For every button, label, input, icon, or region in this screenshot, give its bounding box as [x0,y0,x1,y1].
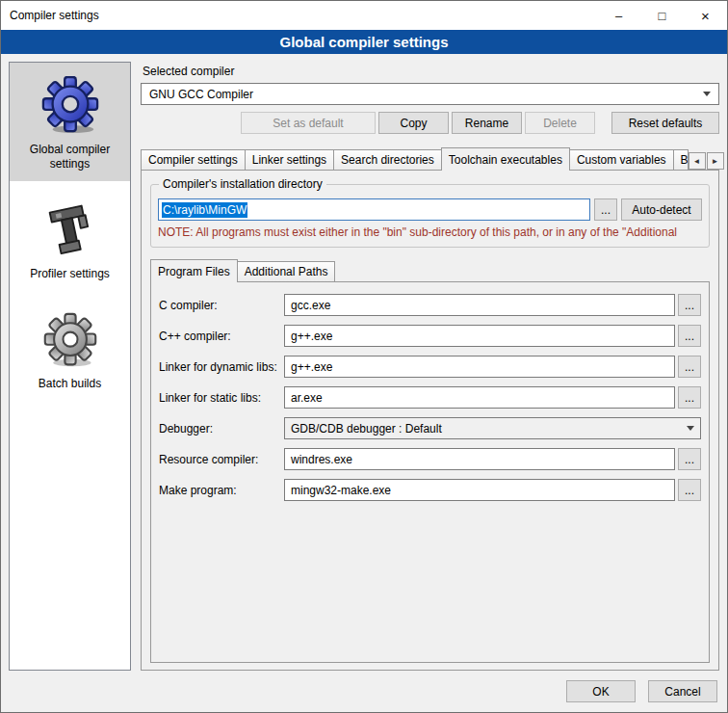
debugger-select[interactable]: GDB/CDB debugger : Default [284,417,701,439]
titlebar[interactable]: Compiler settings – □ × [1,1,727,30]
maximize-icon: □ [659,9,666,23]
installation-directory-legend: Compiler's installation directory [159,177,326,191]
form-row-debugger: Debugger: GDB/CDB debugger : Default [159,417,701,439]
form-row-cpp-compiler: C++ compiler: g++.exe ... [159,325,701,347]
selected-compiler-label: Selected compiler [143,65,719,78]
settings-sidebar: Global compiler settings Profiler settin… [9,62,131,671]
tab-scroll-controls: ◄ ► [688,152,724,170]
linker-dynamic-input[interactable]: g++.exe [284,356,675,378]
dialog-body: Global compiler settings Profiler settin… [1,54,727,674]
sidebar-item-profiler-settings[interactable]: Profiler settings [10,189,130,291]
toolchain-executables-panel: Compiler's installation directory C:\ray… [141,170,719,671]
window-controls: – □ × [597,1,727,30]
selected-compiler-value: GNU GCC Compiler [149,88,253,101]
tab-additional-paths[interactable]: Additional Paths [237,261,336,281]
sidebar-item-global-compiler-settings[interactable]: Global compiler settings [10,63,130,181]
dialog-footer: OK Cancel [1,674,727,712]
selected-compiler-combobox[interactable]: GNU GCC Compiler [141,83,719,105]
installation-directory-input[interactable]: C:\raylib\MinGW [158,198,590,221]
set-as-default-button[interactable]: Set as default [241,112,376,134]
field-label: Resource compiler: [159,453,284,466]
sidebar-item-label: Global compiler settings [13,143,127,172]
delete-button[interactable]: Delete [525,112,595,134]
cpp-compiler-browse-button[interactable]: ... [678,325,701,347]
profiler-tool-icon [41,202,99,260]
cpp-compiler-input[interactable]: g++.exe [284,325,675,347]
sidebar-item-batch-builds[interactable]: Batch builds [10,299,130,401]
program-files-tabbar: Program Files Additional Paths [150,259,710,281]
minimize-icon: – [615,9,622,23]
installation-directory-groupbox: Compiler's installation directory C:\ray… [150,184,710,248]
field-label: Linker for static libs: [159,391,284,405]
field-label: Linker for dynamic libs: [159,360,284,374]
tab-search-directories[interactable]: Search directories [333,149,442,170]
program-files-panel: C compiler: gcc.exe ... C++ compiler: g+… [150,281,710,663]
tab-scroll-right-button[interactable]: ► [707,152,724,170]
window-title: Compiler settings [10,9,99,22]
form-row-c-compiler: C compiler: gcc.exe ... [159,294,701,316]
gray-gear-icon [41,312,99,370]
page-title: Global compiler settings [1,30,727,54]
field-label: Make program: [159,484,284,497]
field-label: C compiler: [159,299,284,312]
linker-dynamic-browse-button[interactable]: ... [678,356,701,378]
make-program-browse-button[interactable]: ... [678,479,701,501]
copy-button[interactable]: Copy [378,112,449,134]
note-text: NOTE: All programs must exist either in … [158,225,702,239]
form-row-linker-static: Linker for static libs: ar.exe ... [159,386,701,409]
minimize-button[interactable]: – [597,1,640,30]
tab-scroll-left-icon: ◄ [693,157,701,166]
tab-linker-settings[interactable]: Linker settings [245,149,334,170]
form-row-linker-dynamic: Linker for dynamic libs: g++.exe ... [159,356,701,378]
resource-compiler-browse-button[interactable]: ... [678,448,701,470]
make-program-input[interactable]: mingw32-make.exe [284,479,675,501]
field-label: C++ compiler: [159,330,284,343]
sidebar-item-label: Batch builds [39,377,101,391]
tab-build-options[interactable]: Build options [673,149,689,170]
installation-directory-value: C:\raylib\MinGW [162,202,247,218]
linker-static-input[interactable]: ar.exe [284,386,675,409]
linker-static-browse-button[interactable]: ... [678,386,701,409]
c-compiler-input[interactable]: gcc.exe [284,294,675,316]
dropdown-arrow-icon [703,92,711,96]
close-icon: × [701,8,710,24]
auto-detect-button[interactable]: Auto-detect [621,198,702,221]
form-row-make-program: Make program: mingw32-make.exe ... [159,479,701,501]
field-label: Debugger: [159,422,284,436]
tab-toolchain-executables[interactable]: Toolchain executables [441,147,570,171]
compiler-settings-dialog: Compiler settings – □ × Global compiler … [0,0,728,713]
settings-tabbar: Compiler settings Linker settings Search… [141,147,719,170]
compiler-actions: Set as default Copy Rename Delete Reset … [141,112,719,134]
installation-directory-browse-button[interactable]: ... [594,198,617,221]
debugger-value: GDB/CDB debugger : Default [291,422,442,436]
ok-button[interactable]: OK [566,680,636,702]
installation-directory-row: C:\raylib\MinGW ... Auto-detect [158,198,702,221]
dropdown-arrow-icon [687,426,694,431]
c-compiler-browse-button[interactable]: ... [678,294,701,316]
blue-gear-icon [40,76,100,136]
tab-custom-variables[interactable]: Custom variables [569,149,674,170]
rename-button[interactable]: Rename [452,112,522,134]
reset-defaults-button[interactable]: Reset defaults [611,112,719,134]
tab-program-files[interactable]: Program Files [150,259,238,282]
tab-compiler-settings[interactable]: Compiler settings [141,149,246,170]
form-row-resource-compiler: Resource compiler: windres.exe ... [159,448,701,470]
tab-scroll-left-button[interactable]: ◄ [689,152,706,170]
sidebar-item-label: Profiler settings [30,267,110,281]
resource-compiler-input[interactable]: windres.exe [284,448,675,470]
close-button[interactable]: × [684,1,727,30]
cancel-button[interactable]: Cancel [648,680,717,702]
main-panel: Selected compiler GNU GCC Compiler Set a… [141,62,719,671]
maximize-button[interactable]: □ [640,1,684,30]
tab-scroll-right-icon: ► [712,157,719,166]
